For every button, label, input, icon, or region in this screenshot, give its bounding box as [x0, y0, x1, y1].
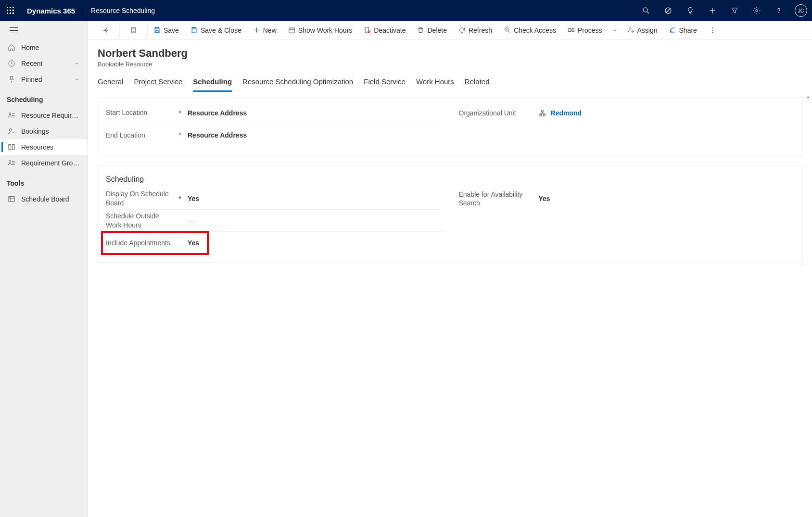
assign-button[interactable]: Assign	[622, 21, 663, 39]
enable-avail-value: Yes	[539, 195, 795, 202]
sidebar-item-resource-requirements[interactable]: Resource Requireme…	[0, 107, 88, 123]
form-content: Start Location * Resource Address End Lo…	[88, 92, 812, 278]
process-button[interactable]: Process	[562, 21, 608, 39]
svg-rect-11	[9, 144, 11, 150]
settings-button[interactable]	[746, 0, 768, 21]
lightbulb-icon	[686, 6, 695, 15]
svg-rect-36	[569, 28, 571, 31]
sidebar-toggle-button[interactable]	[10, 27, 18, 33]
open-record-set-button[interactable]	[120, 21, 148, 39]
enable-avail-label: Enable for Availability Search	[459, 190, 534, 207]
refresh-icon	[458, 26, 466, 34]
svg-point-41	[712, 32, 713, 33]
deactivate-label: Deactivate	[374, 26, 406, 34]
sidebar-item-label: Requirement Groups	[21, 159, 80, 167]
sidebar-section-scheduling: Scheduling	[0, 87, 88, 107]
required-mark: *	[177, 195, 183, 202]
tab-scheduling[interactable]: Scheduling	[193, 76, 232, 92]
svg-rect-24	[193, 27, 195, 29]
check-access-button[interactable]: Check Access	[498, 21, 562, 39]
field-enable-availability-search[interactable]: Enable for Availability Search Yes	[459, 188, 795, 210]
svg-point-10	[9, 128, 12, 131]
share-icon	[669, 26, 676, 34]
tab-work-hours[interactable]: Work Hours	[416, 76, 454, 92]
refresh-button[interactable]: Refresh	[453, 21, 498, 39]
svg-rect-14	[9, 196, 14, 202]
svg-point-13	[9, 160, 11, 162]
save-button[interactable]: Save	[148, 21, 185, 39]
org-unit-link-text: Redmond	[551, 109, 582, 117]
include-appt-value: Yes	[188, 239, 442, 247]
check-access-label: Check Access	[514, 26, 556, 34]
svg-point-9	[9, 113, 11, 114]
sidebar-item-resources[interactable]: Resources	[0, 139, 88, 155]
quick-create-button[interactable]	[701, 0, 723, 21]
deactivate-button[interactable]: Deactivate	[358, 21, 411, 39]
field-start-location[interactable]: Start Location * Resource Address	[106, 102, 442, 124]
top-bar: Dynamics 365 Resource Scheduling JC	[0, 0, 812, 21]
tab-project-service[interactable]: Project Service	[134, 76, 182, 92]
sidebar-home[interactable]: Home	[0, 39, 88, 55]
svg-line-3	[666, 9, 671, 13]
app-launcher-button[interactable]	[0, 0, 21, 21]
refresh-label: Refresh	[469, 26, 492, 34]
new-button[interactable]: New	[247, 21, 282, 39]
sidebar-item-bookings[interactable]: Bookings	[0, 123, 88, 139]
svg-rect-31	[365, 27, 369, 33]
chevron-down-icon	[74, 61, 80, 66]
home-icon	[8, 44, 15, 51]
field-schedule-outside-work-hours[interactable]: Schedule Outside Work Hours ---	[106, 210, 442, 232]
tab-rso[interactable]: Resource Scheduling Optimization	[242, 76, 353, 92]
user-avatar[interactable]: JC	[795, 4, 807, 17]
show-work-hours-button[interactable]: Show Work Hours	[282, 21, 358, 39]
search-button[interactable]	[635, 0, 657, 21]
scheduling-section: Scheduling Display On Schedule Board * Y…	[98, 165, 802, 263]
app-name-label[interactable]: Resource Scheduling	[85, 7, 161, 14]
field-include-appointments[interactable]: Include Appointments Yes	[106, 232, 442, 254]
scroll-up-caret-icon[interactable]	[805, 94, 811, 100]
sidebar-recent[interactable]: Recent	[0, 55, 88, 71]
sidebar-pinned[interactable]: Pinned	[0, 71, 88, 87]
sidebar-item-schedule-board[interactable]: Schedule Board	[0, 191, 88, 207]
sidebar-item-label: Schedule Board	[21, 195, 69, 203]
org-unit-value[interactable]: Redmond	[539, 109, 795, 117]
process-dropdown[interactable]	[608, 21, 622, 39]
svg-line-35	[508, 31, 509, 32]
command-bar: Save Save & Close New Show Work Hours De…	[88, 21, 812, 39]
save-close-button[interactable]: Save & Close	[185, 21, 247, 39]
tab-field-service[interactable]: Field Service	[364, 76, 406, 92]
task-button[interactable]	[657, 0, 679, 21]
process-label: Process	[578, 26, 602, 34]
svg-point-6	[756, 10, 758, 12]
deactivate-icon	[364, 26, 371, 34]
avatar-initials: JC	[798, 8, 804, 13]
arrow-left-icon	[102, 26, 110, 34]
tab-related[interactable]: Related	[465, 76, 490, 92]
list-people-icon	[8, 112, 15, 119]
svg-point-38	[629, 28, 631, 30]
delete-button[interactable]: Delete	[411, 21, 452, 39]
process-icon	[568, 26, 575, 34]
sidebar-item-label: Resource Requireme…	[21, 112, 80, 119]
field-organizational-unit[interactable]: Organizational Unit Redmond	[459, 102, 795, 124]
back-button[interactable]	[92, 21, 120, 39]
assign-icon	[627, 26, 634, 34]
record-title: Norbert Sandberg	[98, 47, 802, 60]
record-subtitle: Bookable Resource	[98, 61, 802, 68]
check-access-icon	[504, 26, 511, 34]
gear-icon	[752, 6, 761, 15]
share-button[interactable]: Share	[663, 21, 703, 39]
brand-label[interactable]: Dynamics 365	[21, 7, 81, 15]
help-button[interactable]	[768, 0, 790, 21]
command-overflow-button[interactable]	[703, 21, 722, 39]
top-icon-bar: JC	[635, 0, 812, 21]
ideas-button[interactable]	[679, 0, 701, 21]
org-unit-icon	[539, 110, 546, 117]
filter-button[interactable]	[723, 0, 746, 21]
more-vertical-icon	[709, 26, 716, 34]
tab-general[interactable]: General	[98, 76, 123, 92]
field-end-location[interactable]: End Location * Resource Address	[106, 124, 442, 146]
field-display-on-schedule-board[interactable]: Display On Schedule Board * Yes	[106, 188, 442, 210]
sidebar-item-requirement-groups[interactable]: Requirement Groups	[0, 155, 88, 171]
share-label: Share	[679, 26, 697, 34]
